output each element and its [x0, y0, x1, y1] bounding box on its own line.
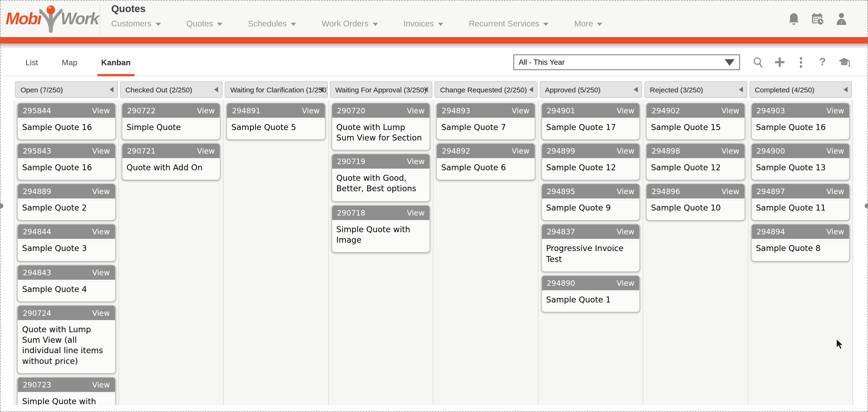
card-view-link[interactable]: View — [92, 380, 110, 389]
card-view-link[interactable]: View — [197, 106, 215, 115]
quote-card-name: Sample Quote 17 — [542, 119, 640, 139]
search-icon[interactable] — [752, 56, 764, 68]
quote-card[interactable]: 294903 View Sample Quote 16 — [751, 103, 850, 140]
card-view-link[interactable]: View — [512, 146, 529, 155]
quote-card[interactable]: 295843 View Sample Quote 16 — [17, 143, 116, 180]
quote-card[interactable]: 294897 View Sample Quote 11 — [751, 183, 850, 221]
quote-card[interactable]: 294896 View Sample Quote 10 — [646, 183, 745, 221]
card-view-link[interactable]: View — [92, 146, 110, 155]
quote-card[interactable]: 294889 View Sample Quote 2 — [17, 183, 116, 221]
card-view-link[interactable]: View — [407, 157, 425, 166]
quote-card[interactable]: 294891 View Sample Quote 5 — [226, 103, 325, 140]
quote-card[interactable]: 290722 View Simple Quote — [122, 103, 220, 140]
view-tab[interactable]: Map — [58, 48, 81, 76]
collapse-column-icon[interactable] — [109, 87, 113, 92]
schedule-calendar-clock-icon[interactable] — [811, 12, 824, 25]
card-view-link[interactable]: View — [617, 187, 634, 196]
chevron-down-icon — [217, 23, 222, 26]
app-logo[interactable]: Mobi Work — [0, 0, 98, 37]
logo-text-work: Work — [61, 9, 98, 28]
quote-card[interactable]: 294843 View Sample Quote 4 — [17, 265, 116, 302]
card-view-link[interactable]: View — [197, 146, 215, 155]
column-cards: 290720 View Quote with Lump Sum View for… — [329, 100, 434, 405]
quote-card-id: 294844 — [23, 228, 51, 236]
card-view-link[interactable]: View — [512, 106, 529, 115]
card-view-link[interactable]: View — [617, 146, 634, 155]
quote-card[interactable]: 290721 View Quote with Add On — [122, 143, 220, 180]
kanban-column-header: Waiting For Approval (3/250) — [330, 81, 432, 98]
quote-card-name: Simple Quote with Image — [332, 221, 430, 252]
quote-card[interactable]: 295844 View Sample Quote 16 — [17, 103, 116, 140]
nav-item-label: Work Orders — [322, 19, 369, 28]
view-tab[interactable]: Kanban — [97, 48, 134, 76]
collapse-column-icon[interactable] — [529, 87, 533, 92]
quote-card-id: 295843 — [23, 146, 51, 155]
card-view-link[interactable]: View — [721, 187, 739, 196]
quote-card[interactable]: 290719 View Quote with Good, Better, Bes… — [331, 154, 430, 202]
quote-card[interactable]: 294893 View Sample Quote 7 — [436, 103, 535, 140]
view-toolbar: List Map Kanban All - This Year — [0, 48, 868, 76]
nav-item[interactable]: Recurrent Services — [469, 19, 549, 28]
quote-card[interactable]: 294899 View Sample Quote 12 — [541, 143, 640, 180]
nav-item[interactable]: Schedules — [248, 19, 296, 28]
card-view-link[interactable]: View — [92, 187, 110, 196]
quote-card[interactable]: 294892 View Sample Quote 6 — [436, 143, 535, 180]
quote-card[interactable]: 294894 View Sample Quote 8 — [751, 224, 850, 261]
card-view-link[interactable]: View — [617, 278, 634, 287]
card-view-link[interactable]: View — [92, 268, 110, 277]
card-view-link[interactable]: View — [92, 228, 110, 236]
card-view-link[interactable]: View — [721, 106, 739, 115]
nav-item[interactable]: Quotes — [186, 19, 222, 28]
notifications-bell-icon[interactable] — [787, 12, 801, 25]
kanban-column-header: Completed (4/250) — [749, 81, 852, 98]
card-view-link[interactable]: View — [827, 187, 844, 196]
add-icon[interactable] — [773, 56, 785, 68]
quote-card[interactable]: 290718 View Simple Quote with Image — [331, 205, 430, 252]
quote-card[interactable]: 294890 View Sample Quote 1 — [541, 275, 640, 312]
quote-card[interactable]: 290724 View Quote with Lump Sum View (al… — [17, 305, 116, 374]
nav-item[interactable]: More — [574, 19, 602, 28]
quote-card[interactable]: 294844 View Sample Quote 3 — [17, 224, 116, 261]
selection-handle-right — [865, 203, 868, 208]
card-view-link[interactable]: View — [302, 106, 319, 115]
quote-card[interactable]: 294837 View Progressive Invoice Test — [541, 224, 640, 272]
nav-item[interactable]: Invoices — [403, 19, 443, 28]
quote-card[interactable]: 294902 View Sample Quote 15 — [646, 103, 745, 140]
quote-card-name: Sample Quote 9 — [542, 200, 640, 220]
collapse-column-icon[interactable] — [844, 87, 847, 92]
card-view-link[interactable]: View — [827, 146, 844, 155]
kanban-column-title: Checked Out (2/250) — [125, 85, 192, 94]
quote-card-header: 294899 View — [542, 144, 640, 160]
quote-card-id: 290721 — [127, 146, 156, 155]
card-view-link[interactable]: View — [407, 106, 425, 115]
card-view-link[interactable]: View — [407, 208, 425, 217]
card-view-link[interactable]: View — [617, 106, 634, 115]
collapse-column-icon[interactable] — [634, 87, 638, 92]
quote-card[interactable]: 294901 View Sample Quote 17 — [541, 103, 640, 140]
kanban-column: Open (7/250) 295844 View Sample Quote 16… — [14, 81, 119, 405]
help-icon[interactable]: ? — [816, 56, 829, 68]
column-cards: 294893 View Sample Quote 7 294892 View S… — [434, 100, 538, 405]
nav-item[interactable]: Work Orders — [322, 19, 378, 28]
quote-card[interactable]: 290720 View Quote with Lump Sum View for… — [331, 103, 430, 150]
user-account-icon[interactable] — [835, 12, 848, 25]
nav-item[interactable]: Customers — [111, 19, 161, 28]
card-view-link[interactable]: View — [617, 228, 634, 236]
card-view-link[interactable]: View — [92, 308, 110, 317]
quote-card-name: Sample Quote 3 — [18, 241, 115, 261]
training-icon[interactable] — [838, 56, 850, 68]
card-view-link[interactable]: View — [92, 106, 110, 115]
quote-card[interactable]: 290723 View Simple Quote with Deposit Re… — [17, 377, 116, 405]
collapse-column-icon[interactable] — [739, 87, 743, 92]
quote-card[interactable]: 294895 View Sample Quote 9 — [541, 183, 640, 221]
quote-card[interactable]: 294898 View Sample Quote 12 — [646, 143, 745, 180]
card-view-link[interactable]: View — [721, 146, 739, 155]
quote-card[interactable]: 294900 View Sample Quote 13 — [751, 143, 850, 180]
quote-card-id: 294903 — [756, 106, 785, 115]
view-tab[interactable]: List — [22, 48, 42, 76]
filter-dropdown[interactable]: All - This Year — [513, 54, 740, 70]
card-view-link[interactable]: View — [827, 106, 844, 115]
collapse-column-icon[interactable] — [214, 87, 218, 92]
card-view-link[interactable]: View — [827, 228, 844, 236]
more-options-icon[interactable] — [795, 56, 807, 68]
